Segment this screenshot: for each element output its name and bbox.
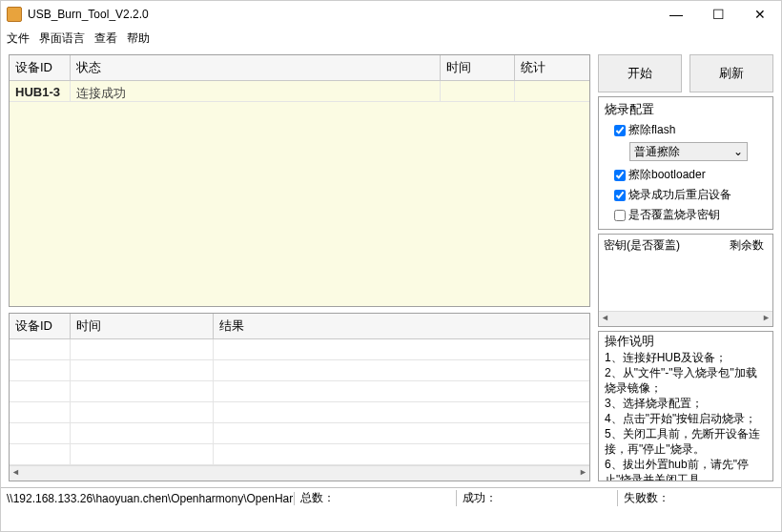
erase-bootloader-row[interactable]: 擦除bootloader	[605, 165, 767, 185]
erase-flash-row[interactable]: 擦除flash	[605, 120, 767, 140]
erase-mode-value: 普通擦除	[634, 144, 680, 160]
cell-time	[441, 81, 515, 102]
window-title: USB_Burn_Tool_V2.2.0	[28, 8, 655, 21]
status-total: 总数：	[295, 490, 457, 506]
refresh-button[interactable]: 刷新	[689, 54, 773, 92]
key-col-1: 密钥(是否覆盖)	[599, 235, 725, 256]
reboot-after-label: 烧录成功后重启设备	[628, 187, 731, 203]
cell-stat	[515, 81, 589, 102]
instruction-line: 2、从"文件"-"导入烧录包"加载烧录镜像；	[605, 365, 767, 396]
instruction-line: 5、关闭工具前，先断开设备连接，再"停止"烧录。	[605, 426, 767, 457]
key-col-2: 剩余数	[725, 235, 772, 256]
instructions-panel: 操作说明 1、连接好HUB及设备； 2、从"文件"-"导入烧录包"加载烧录镜像；…	[598, 331, 773, 481]
instruction-line: 1、连接好HUB及设备；	[605, 350, 767, 365]
cell-status: 连接成功	[71, 81, 441, 102]
status-path: \\192.168.133.26\haoyuan.chen\Openharmon…	[3, 492, 295, 505]
col-time-2[interactable]: 时间	[71, 314, 214, 339]
instruction-line: 6、拔出外置hub前，请先"停止"烧录并关闭工具。	[605, 457, 767, 481]
menu-help[interactable]: 帮助	[127, 31, 150, 47]
status-bar: \\192.168.133.26\haoyuan.chen\Openharmon…	[1, 487, 781, 508]
erase-bootloader-label: 擦除bootloader	[628, 167, 706, 183]
menu-bar: 文件 界面语言 查看 帮助	[1, 28, 781, 49]
close-button[interactable]: ✕	[739, 1, 781, 28]
device-grid[interactable]: 设备ID 状态 时间 统计 HUB1-3 连接成功	[9, 54, 590, 307]
minimize-button[interactable]: —	[655, 1, 697, 28]
col-result[interactable]: 结果	[214, 314, 589, 339]
key-horizontal-scrollbar[interactable]	[599, 311, 772, 326]
status-fail: 失败数：	[618, 490, 779, 506]
table-row[interactable]: HUB1-3 连接成功	[10, 81, 589, 102]
col-device-id[interactable]: 设备ID	[10, 55, 71, 81]
burn-config-panel: 烧录配置 擦除flash 普通擦除 ⌄ 擦除bootloader 烧录成功后重启…	[598, 96, 773, 230]
menu-file[interactable]: 文件	[7, 31, 30, 47]
status-success: 成功：	[457, 490, 619, 506]
burn-config-title: 烧录配置	[605, 101, 767, 118]
instruction-line: 4、点击"开始"按钮启动烧录；	[605, 411, 767, 426]
reboot-after-checkbox[interactable]	[614, 190, 626, 201]
overwrite-key-row[interactable]: 是否覆盖烧录密钥	[605, 205, 767, 225]
reboot-after-row[interactable]: 烧录成功后重启设备	[605, 185, 767, 205]
col-time[interactable]: 时间	[441, 55, 515, 81]
menu-view[interactable]: 查看	[94, 31, 117, 47]
instruction-line: 3、选择烧录配置；	[605, 396, 767, 411]
result-grid[interactable]: 设备ID 时间 结果	[9, 313, 590, 481]
instructions-title: 操作说明	[605, 334, 767, 349]
col-stat[interactable]: 统计	[515, 55, 589, 81]
menu-language[interactable]: 界面语言	[39, 31, 85, 47]
key-grid[interactable]: 密钥(是否覆盖) 剩余数	[598, 234, 773, 327]
cell-device-id: HUB1-3	[10, 81, 71, 102]
col-device-id-2[interactable]: 设备ID	[10, 314, 71, 339]
overwrite-key-label: 是否覆盖烧录密钥	[628, 207, 720, 223]
erase-mode-select[interactable]: 普通擦除 ⌄	[629, 142, 748, 161]
chevron-down-icon: ⌄	[733, 145, 743, 158]
horizontal-scrollbar[interactable]	[10, 465, 589, 481]
app-icon	[7, 7, 22, 22]
start-button[interactable]: 开始	[598, 54, 682, 92]
erase-flash-checkbox[interactable]	[614, 125, 626, 136]
maximize-button[interactable]: ☐	[697, 1, 739, 28]
erase-flash-label: 擦除flash	[628, 122, 675, 138]
col-status[interactable]: 状态	[71, 55, 441, 81]
erase-bootloader-checkbox[interactable]	[614, 170, 626, 181]
overwrite-key-checkbox[interactable]	[614, 210, 626, 221]
title-bar: USB_Burn_Tool_V2.2.0 — ☐ ✕	[1, 1, 781, 28]
